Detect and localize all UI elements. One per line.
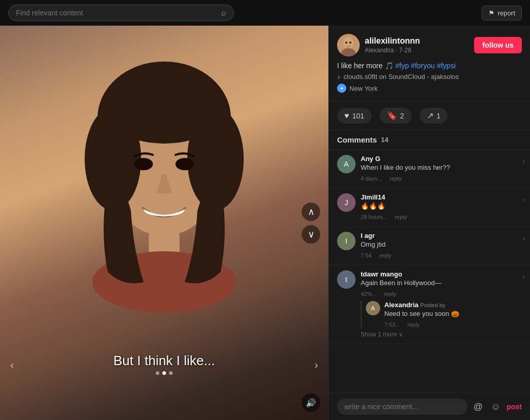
comment-time: 42%...	[361, 291, 377, 297]
video-subtitle: But I think I like...	[113, 353, 215, 369]
info-panel: alilexilintonnn Alexandria · 7-28 follow…	[328, 26, 530, 420]
username: alilexilintonnn	[365, 36, 420, 46]
share-icon: ↗	[427, 111, 434, 121]
comment-item: I I agr Omg jtid 7:54 reply ›	[329, 227, 530, 265]
sound-row: ♪ clouds.s0ftt on SoundCloud - ajaksolos	[337, 73, 522, 81]
svg-point-10	[343, 37, 354, 49]
save-button[interactable]: 🔖 2	[380, 108, 411, 124]
commenter-username: tdawr mango	[361, 270, 522, 278]
sound-name: clouds.s0ftt on SoundCloud - ajaksolos	[344, 73, 459, 81]
saves-count: 2	[400, 112, 404, 120]
commenter-username: I agr	[361, 232, 522, 239]
comment-body: Jimill14 🔥🔥🔥 29 hours... reply	[361, 193, 522, 221]
nav-prev-button[interactable]: ‹	[6, 355, 18, 375]
chevron-right-icon[interactable]: ›	[522, 234, 525, 242]
updown-navigation: ∧ ∨	[302, 203, 320, 244]
show-more-button[interactable]: Show 1 more ∨	[361, 331, 522, 338]
show-more-text: Show 1 more ∨	[361, 331, 403, 338]
at-icon: @	[474, 402, 483, 412]
actions-row: ♥ 101 🔖 2 ↗ 1	[329, 102, 530, 130]
user-info-section: alilexilintonnn Alexandria · 7-28 follow…	[329, 26, 530, 102]
comments-count: 14	[381, 136, 388, 144]
nested-username: Alexandria Posted by	[384, 301, 459, 309]
dot-2	[163, 371, 166, 375]
comments-section: Comments 14 A Any G When I like do you m…	[329, 130, 530, 393]
comment-input-row: @ ☺ post	[329, 393, 530, 420]
nested-comment-text: Need to see you soon 🎃	[384, 310, 459, 317]
dot-3	[169, 371, 173, 375]
location-row: ✦ New York	[337, 84, 522, 93]
location-icon: ✦	[337, 84, 346, 93]
chevron-right-icon[interactable]: ›	[522, 272, 525, 281]
volume-icon: 🔊	[306, 398, 316, 408]
comment-text: Omg jtid	[361, 241, 522, 248]
comment-text: When I like do you miss her??	[361, 164, 522, 171]
like-button[interactable]: ♥ 101	[337, 108, 371, 124]
nav-down-button[interactable]: ∨	[302, 225, 320, 244]
slide-dots	[156, 371, 173, 375]
hashtag-foryou: #foryou	[411, 62, 435, 70]
commenter-username: Any G	[361, 155, 522, 163]
svg-point-4	[108, 82, 221, 144]
nested-comment-body: Alexandria Posted by Need to see you soo…	[384, 301, 459, 329]
chevron-right-icon[interactable]: ›	[522, 157, 525, 165]
comment-text: 🔥🔥🔥	[361, 202, 522, 210]
emoji-button[interactable]: ☺	[489, 399, 502, 414]
hashtag-fypsi: #fypsi	[437, 62, 456, 70]
nav-next-button[interactable]: ›	[310, 355, 322, 375]
comment-body: tdawr mango Again Been in Hollywood— 42%…	[361, 270, 522, 338]
video-frame	[82, 56, 246, 323]
video-panel: But I think I like... ∧ ∨ ‹ › 🔊	[0, 26, 328, 420]
user-row: alilexilintonnn Alexandria · 7-28 follow…	[337, 34, 522, 56]
top-bar: ⌕ ⚑ report	[0, 0, 530, 26]
commenter-avatar: t	[337, 270, 356, 289]
comment-item: t tdawr mango Again Been in Hollywood— 4…	[329, 265, 530, 344]
share-button[interactable]: ↗ 1	[420, 108, 448, 124]
music-icon: ♪	[337, 73, 341, 81]
post-button[interactable]: post	[506, 403, 522, 411]
comment-item: J Jimill14 🔥🔥🔥 29 hours... reply ›	[329, 188, 530, 227]
reply-link[interactable]: reply	[389, 175, 402, 182]
location-text: New York	[349, 85, 378, 92]
nested-reply-link[interactable]: reply	[407, 322, 420, 328]
comment-text: Again Been in Hollywood—	[361, 279, 522, 287]
nested-comment: A Alexandria Posted by Need to see you s…	[361, 301, 522, 329]
commenter-avatar: I	[337, 232, 356, 250]
comment-body: Any G When I like do you miss her?? 4 da…	[361, 155, 522, 183]
comment-body: I agr Omg jtid 7:54 reply	[361, 232, 522, 259]
user-details: alilexilintonnn Alexandria · 7-28	[365, 36, 420, 54]
emoji-icon: ☺	[491, 402, 500, 412]
comment-item: A Any G When I like do you miss her?? 4 …	[329, 150, 530, 188]
svg-point-13	[349, 42, 351, 44]
main-content: But I think I like... ∧ ∨ ‹ › 🔊	[0, 26, 530, 420]
report-button[interactable]: ⚑ report	[482, 6, 522, 21]
nested-comment-time: 7:53...	[384, 322, 400, 328]
reply-link[interactable]: reply	[379, 252, 391, 258]
nested-avatar: A	[366, 301, 380, 315]
reply-link[interactable]: reply	[384, 291, 397, 297]
flag-icon: ⚑	[488, 9, 495, 17]
shares-count: 1	[437, 112, 441, 120]
volume-button[interactable]: 🔊	[302, 393, 320, 412]
bookmark-icon: 🔖	[387, 111, 397, 121]
comment-time: 29 hours...	[361, 214, 387, 220]
report-label: report	[498, 9, 515, 17]
hashtag-fyp: #fyp	[395, 62, 408, 70]
mention-button[interactable]: @	[472, 399, 485, 414]
svg-point-5	[134, 158, 153, 170]
nav-up-button[interactable]: ∧	[302, 203, 320, 221]
search-button[interactable]: ⌕	[221, 8, 226, 17]
comments-title: Comments	[337, 135, 377, 144]
dot-1	[156, 371, 160, 375]
svg-point-6	[175, 158, 194, 170]
heart-icon: ♥	[344, 111, 349, 121]
reply-link[interactable]: reply	[395, 214, 407, 220]
chevron-right-icon[interactable]: ›	[522, 195, 525, 204]
comments-header: Comments 14	[329, 130, 530, 150]
commenter-avatar: J	[337, 193, 356, 212]
svg-point-12	[345, 42, 347, 44]
follow-button[interactable]: follow us	[474, 37, 522, 53]
search-input[interactable]	[16, 9, 217, 17]
commenter-username: Jimill14	[361, 193, 522, 201]
comment-input[interactable]	[337, 398, 467, 415]
